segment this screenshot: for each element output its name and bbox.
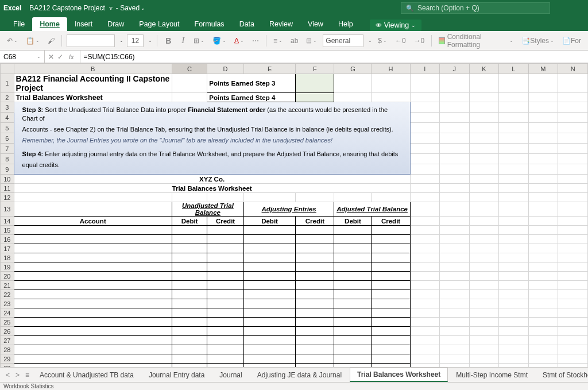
- cell[interactable]: [558, 354, 588, 364]
- column-header-row[interactable]: B C D E F G H I J K L M N: [1, 64, 588, 74]
- cell[interactable]: [499, 262, 528, 272]
- cell[interactable]: Credit: [207, 217, 244, 226]
- document-name[interactable]: BA212 Capstone Project: [29, 4, 105, 12]
- cell[interactable]: [243, 308, 295, 318]
- cell[interactable]: [334, 308, 372, 318]
- cell[interactable]: [499, 253, 528, 262]
- cell[interactable]: [334, 318, 372, 327]
- cell[interactable]: [372, 345, 410, 354]
- cell[interactable]: [528, 272, 558, 281]
- cell[interactable]: [172, 272, 207, 281]
- cell[interactable]: [334, 299, 372, 308]
- cell[interactable]: [528, 253, 558, 262]
- cell[interactable]: [440, 272, 469, 281]
- search-input[interactable]: 🔍 Search (Option + Q): [401, 2, 550, 14]
- font-size-select[interactable]: 12: [127, 34, 144, 47]
- cell[interactable]: [172, 290, 207, 299]
- tab-view[interactable]: View: [300, 17, 331, 31]
- col-header[interactable]: M: [528, 64, 558, 74]
- col-header[interactable]: L: [499, 64, 528, 74]
- cell[interactable]: [243, 235, 295, 244]
- tab-formulas[interactable]: Formulas: [187, 17, 232, 31]
- tab-data[interactable]: Data: [232, 17, 262, 31]
- cell[interactable]: [243, 354, 295, 364]
- cell[interactable]: [14, 327, 172, 336]
- cell[interactable]: [172, 262, 207, 272]
- cell[interactable]: Trial Balances Worksheet: [14, 184, 410, 193]
- sheet-tab[interactable]: Account & Unadjusted TB data: [33, 369, 141, 381]
- cell[interactable]: [14, 308, 172, 318]
- increase-decimal-button[interactable]: ←0: [393, 36, 408, 46]
- fill-color-button[interactable]: 🪣⌄: [210, 36, 229, 46]
- paste-button[interactable]: 📋⌄: [24, 36, 42, 46]
- col-header[interactable]: E: [243, 64, 295, 74]
- tab-page-layout[interactable]: Page Layout: [131, 17, 187, 31]
- cell[interactable]: [372, 272, 410, 281]
- cell[interactable]: [469, 299, 499, 308]
- format-painter-button[interactable]: 🖌: [45, 36, 57, 46]
- cell[interactable]: [243, 299, 295, 308]
- cell[interactable]: [528, 226, 558, 235]
- col-header[interactable]: G: [334, 64, 372, 74]
- cancel-icon[interactable]: ✕: [48, 53, 54, 61]
- cell[interactable]: Adjusted Trial Balance: [334, 202, 410, 217]
- tab-review[interactable]: Review: [262, 17, 300, 31]
- cell[interactable]: [469, 354, 499, 364]
- cell[interactable]: [410, 244, 439, 253]
- cell[interactable]: [334, 272, 372, 281]
- col-header[interactable]: D: [207, 64, 244, 74]
- spreadsheet-grid[interactable]: B C D E F G H I J K L M N 1BA212 Financi…: [0, 63, 588, 376]
- tab-insert[interactable]: Insert: [67, 17, 100, 31]
- cell[interactable]: [558, 345, 588, 354]
- cell[interactable]: [14, 354, 172, 364]
- cell[interactable]: [558, 299, 588, 308]
- cell[interactable]: [558, 226, 588, 235]
- chevron-down-icon[interactable]: ⌄: [119, 38, 123, 43]
- cell[interactable]: [499, 290, 528, 299]
- cell[interactable]: [410, 318, 439, 327]
- conditional-formatting-button[interactable]: Conditional Formatting⌄: [436, 32, 516, 50]
- cell[interactable]: [172, 336, 207, 345]
- cell[interactable]: [440, 299, 469, 308]
- cell[interactable]: [172, 327, 207, 336]
- cell[interactable]: Credit: [372, 217, 410, 226]
- cell[interactable]: [14, 272, 172, 281]
- cell[interactable]: [334, 253, 372, 262]
- col-header[interactable]: H: [372, 64, 410, 74]
- cell[interactable]: [499, 226, 528, 235]
- wrap-text-button[interactable]: ab: [288, 36, 300, 46]
- cell[interactable]: [528, 281, 558, 290]
- cell[interactable]: Account: [14, 217, 172, 226]
- cell[interactable]: XYZ Co.: [14, 175, 410, 184]
- cell[interactable]: [296, 235, 334, 244]
- cell[interactable]: [243, 327, 295, 336]
- cell[interactable]: [499, 336, 528, 345]
- col-header[interactable]: C: [172, 64, 207, 74]
- cell[interactable]: [296, 336, 334, 345]
- cell[interactable]: [372, 308, 410, 318]
- cell[interactable]: [469, 336, 499, 345]
- cell[interactable]: [558, 318, 588, 327]
- sheet-tab[interactable]: Adjusting JE data & Journal: [250, 369, 349, 381]
- cell[interactable]: [440, 318, 469, 327]
- cell[interactable]: [14, 318, 172, 327]
- sheet-tab[interactable]: Journal Entry data: [142, 369, 211, 381]
- cell[interactable]: [372, 299, 410, 308]
- cell[interactable]: [469, 345, 499, 354]
- cell[interactable]: [372, 336, 410, 345]
- cell[interactable]: [207, 262, 244, 272]
- cell[interactable]: [14, 336, 172, 345]
- cell[interactable]: [172, 244, 207, 253]
- cell[interactable]: [207, 226, 244, 235]
- more-button[interactable]: ⋯: [250, 36, 261, 46]
- cell[interactable]: [243, 281, 295, 290]
- cell[interactable]: [440, 235, 469, 244]
- cell[interactable]: [334, 262, 372, 272]
- cell[interactable]: [372, 253, 410, 262]
- viewing-mode-button[interactable]: 👁 Viewing ⌄: [370, 20, 422, 31]
- cell[interactable]: [410, 327, 439, 336]
- fx-icon[interactable]: fx: [67, 53, 76, 60]
- cell[interactable]: [372, 290, 410, 299]
- cell[interactable]: [440, 253, 469, 262]
- cell[interactable]: [372, 318, 410, 327]
